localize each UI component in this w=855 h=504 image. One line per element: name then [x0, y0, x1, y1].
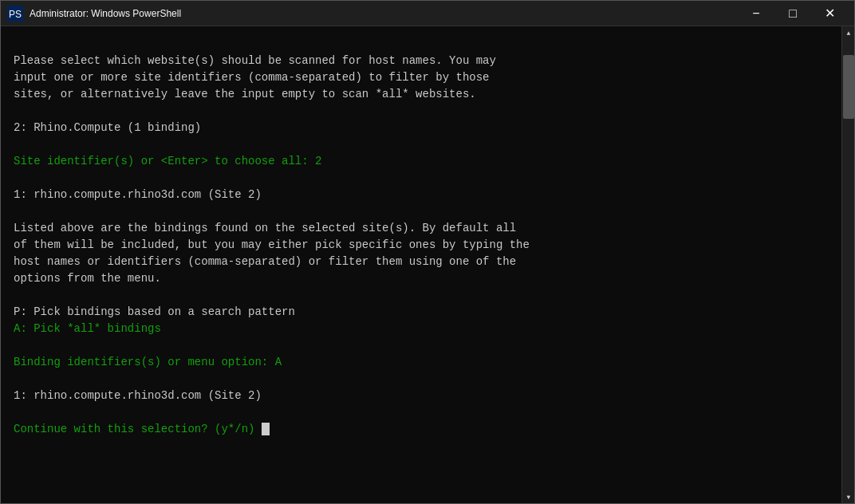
powershell-icon: PS: [7, 6, 23, 22]
terminal-line: 2: Rhino.Compute (1 binding): [14, 120, 829, 136]
svg-text:PS: PS: [9, 9, 22, 20]
terminal-line: sites, or alternatively leave the input …: [14, 86, 829, 103]
blank-line: [14, 103, 829, 120]
blank-line: [14, 170, 829, 187]
title-bar: PS Administrator: Windows PowerShell − □…: [1, 1, 854, 26]
blank-line: [14, 404, 829, 421]
terminal-current-prompt[interactable]: Continue with this selection? (y*/n): [14, 421, 829, 438]
scrollbar[interactable]: ▲ ▼: [841, 26, 854, 503]
terminal-prompt-line: Site identifier(s) or <Enter> to choose …: [14, 153, 829, 170]
minimize-button[interactable]: −: [738, 1, 774, 26]
powershell-window: PS Administrator: Windows PowerShell − □…: [0, 0, 855, 504]
scrollbar-down-button[interactable]: ▼: [842, 490, 854, 503]
terminal-line: Please select which website(s) should be…: [14, 53, 829, 69]
window-title: Administrator: Windows PowerShell: [30, 8, 738, 19]
terminal-line: A: Pick *all* bindings: [14, 321, 829, 337]
close-button[interactable]: ✕: [811, 1, 848, 26]
terminal-line: input one or more site identifiers (comm…: [14, 69, 829, 86]
terminal-prompt-line: Binding identifiers(s) or menu option: A: [14, 354, 829, 371]
blank-line: [14, 136, 829, 153]
cursor: [262, 423, 270, 435]
blank-line: [14, 287, 829, 304]
content-area: Please select which website(s) should be…: [1, 26, 854, 503]
terminal-line: [14, 36, 829, 53]
terminal-line: P: Pick bindings based on a search patte…: [14, 304, 829, 321]
terminal-line: host names or identifiers (comma-separat…: [14, 254, 829, 270]
terminal-line: options from the menu.: [14, 270, 829, 287]
terminal-output[interactable]: Please select which website(s) should be…: [1, 26, 841, 503]
terminal-line: of them will be included, but you may ei…: [14, 237, 829, 254]
scrollbar-track[interactable]: [842, 39, 854, 490]
scrollbar-thumb[interactable]: [843, 55, 854, 119]
blank-line: [14, 371, 829, 388]
maximize-button[interactable]: □: [774, 1, 811, 26]
terminal-line: 1: rhino.compute.rhino3d.com (Site 2): [14, 187, 829, 203]
terminal-line: 1: rhino.compute.rhino3d.com (Site 2): [14, 388, 829, 404]
window-controls: − □ ✕: [738, 1, 848, 26]
blank-line: [14, 203, 829, 220]
terminal-line: Listed above are the bindings found on t…: [14, 220, 829, 237]
scrollbar-up-button[interactable]: ▲: [842, 26, 854, 39]
blank-line: [14, 337, 829, 354]
